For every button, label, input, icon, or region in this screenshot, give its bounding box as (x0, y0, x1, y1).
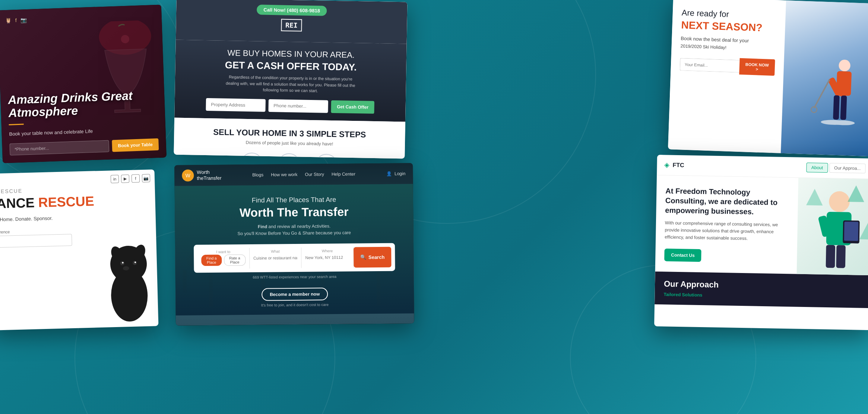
restaurant-title: Amazing Drinks Great Atmosphere (8, 88, 158, 120)
find-place-tab[interactable]: Find a Place (201, 255, 222, 266)
nav-how-we-work[interactable]: How we work (271, 172, 297, 178)
transfer-result-hint: 669 WTT-listed experiences near your sea… (183, 274, 406, 280)
transfer-search-label-3: Where (305, 249, 349, 253)
transfer-nav-links: Blogs How we work Our Story Help Center (252, 172, 355, 178)
svg-marker-42 (848, 185, 864, 202)
svg-rect-40 (844, 222, 859, 241)
instagram-icon: 📷 (142, 174, 151, 182)
transfer-search-label-2: What (253, 249, 298, 254)
transfer-hero-title: Worth The Transfer (182, 204, 406, 220)
skier-figure (795, 49, 868, 149)
rei-form: Get Cash Offer (182, 97, 398, 114)
ftc-logo-icon: ◈ (664, 161, 669, 169)
phone-input[interactable] (9, 140, 109, 156)
ftc-hero-title: At Freedom Technology Consulting, we are… (665, 186, 789, 217)
rei-card: Call Now! (480) 608-9818 REI WE BUY HOME… (174, 0, 407, 159)
ftc-hero-right (797, 178, 868, 275)
rei-sell-title: SELL YOUR HOME IN 3 SIMPLE STEPS (181, 126, 397, 140)
rei-bottom: SELL YOUR HOME IN 3 SIMPLE STEPS Dozens … (174, 117, 405, 159)
svg-point-2 (839, 60, 850, 72)
instagram-icon: 📷 (20, 17, 27, 23)
ftc-card: ◈ FTC About Our Approa... At Freedom Tec… (654, 155, 868, 330)
ftc-hero-desc: With our comprehensive range of consulti… (665, 219, 789, 243)
svg-marker-43 (859, 223, 868, 239)
svg-rect-6 (833, 95, 840, 120)
book-table-button[interactable]: Book your Table (112, 138, 159, 152)
linkedin-icon: in (111, 175, 119, 184)
svg-rect-38 (836, 245, 846, 268)
rei-call-button[interactable]: Call Now! (480) 608-9818 (257, 4, 327, 16)
ski-email-input[interactable] (679, 58, 739, 73)
rescue-dog-image (89, 222, 158, 328)
transfer-login: 👤 Login (386, 171, 406, 176)
transfer-hero: Find All The Places That Are Worth The T… (175, 184, 414, 316)
svg-rect-37 (826, 245, 836, 268)
rei-step-3: 🤝 (315, 154, 338, 159)
ski-card: Are ready for NEXT SEASON? Book now the … (668, 0, 868, 156)
ftc-logo-text: FTC (672, 162, 684, 169)
transfer-card: W Worth theTransfer Blogs How we work Ou… (174, 163, 414, 326)
ftc-logo: ◈ FTC (664, 161, 684, 169)
tripadvisor-icon: 🦉 (5, 17, 12, 23)
svg-line-10 (814, 79, 830, 109)
location-search-input[interactable] (305, 255, 349, 260)
rei-step-3-icon: 🤝 (315, 154, 338, 159)
rei-hero-desc: Regardless of the condition your propert… (225, 74, 356, 95)
ftc-contact-button[interactable]: Contact Us (664, 248, 701, 262)
restaurant-form: Book your Table (9, 138, 159, 156)
svg-point-33 (829, 191, 850, 212)
transfer-search-label-1: I want to (201, 250, 245, 254)
transfer-nav: W Worth theTransfer Blogs How we work Ou… (174, 163, 413, 186)
svg-rect-7 (840, 95, 847, 120)
transfer-become-desc: It's free to join, and it doesn't cost t… (183, 302, 406, 308)
svg-marker-41 (806, 189, 823, 206)
youtube-icon: ▶ (121, 175, 130, 183)
restaurant-content: 🦉 f 📷 Amazing Drinks Great Atmosphere Bo… (0, 4, 167, 163)
rei-header: Call Now! (480) 608-9818 REI (176, 0, 408, 44)
rei-step-1: 🔍 (240, 152, 263, 159)
rei-sell-desc: Dozens of people just like you already h… (181, 138, 397, 147)
rei-steps: 🔍 🏠 🤝 (181, 151, 397, 159)
become-member-button[interactable]: Become a member now (262, 288, 328, 301)
ski-book-button[interactable]: BOOK NOW > (739, 58, 775, 76)
nav-help-center[interactable]: Help Center (332, 172, 355, 177)
rei-hero-title-bold: GET A CASH OFFER TODAY. (183, 59, 399, 74)
transfer-search-container: I want to Find a Place Rate a Place What… (194, 243, 395, 273)
transfer-logo-text: Worth theTransfer (197, 169, 221, 181)
ski-season-title: NEXT SEASON? (681, 19, 776, 34)
search-button[interactable]: 🔍 Search (354, 247, 392, 268)
nav-our-story[interactable]: Our Story (305, 172, 324, 177)
nav-blogs[interactable]: Blogs (252, 172, 263, 178)
property-address-input[interactable] (206, 98, 266, 112)
get-cash-offer-button[interactable]: Get Cash Offer (331, 100, 374, 113)
cuisine-search-input[interactable] (253, 255, 298, 260)
ftc-nav: ◈ FTC About Our Approa... (657, 155, 868, 179)
transfer-search-group-3: Where (301, 247, 354, 268)
rei-step-2: 🏠 (278, 153, 300, 159)
rei-hero: WE BUY HOMES IN YOUR AREA. GET A CASH OF… (174, 40, 407, 122)
ski-desc2: 2019/2020 Ski Holiday! (680, 43, 775, 52)
facebook-icon: f (15, 17, 17, 23)
search-icon: 🔍 (360, 254, 366, 260)
transfer-search-group-2: What (250, 248, 302, 269)
ftc-hero: At Freedom Technology Consulting, we are… (655, 175, 868, 275)
rescue-title: ANCE RESCUE (0, 192, 146, 212)
rescue-reference-input[interactable] (0, 234, 72, 248)
phone-number-input[interactable] (268, 99, 328, 113)
ski-ready-text: Are ready for (681, 8, 776, 21)
ski-form: BOOK NOW > (679, 56, 775, 76)
ftc-approach-title: Our Approach (664, 279, 862, 292)
transfer-become-section: Become a member now It's free to join, a… (183, 282, 407, 308)
ftc-approach-button[interactable]: Our Approa... (829, 163, 866, 173)
ftc-hero-left: At Freedom Technology Consulting, we are… (655, 175, 798, 274)
restaurant-subtitle: Book your table now and celebrate Life (9, 126, 158, 137)
transfer-logo-icon: W (182, 169, 194, 181)
transfer-logo: W Worth theTransfer (182, 169, 221, 182)
rescue-desc: eHome. Donate. Sponsor. (0, 213, 147, 223)
ftc-about-button[interactable]: About (807, 163, 828, 173)
rei-logo: REI (281, 19, 302, 32)
rate-place-tab[interactable]: Rate a Place (224, 254, 245, 266)
rei-step-1-icon: 🔍 (240, 152, 263, 159)
ftc-nav-buttons: About Our Approa... (807, 163, 866, 173)
ski-desc1: Book now the best deal for your (681, 35, 776, 44)
